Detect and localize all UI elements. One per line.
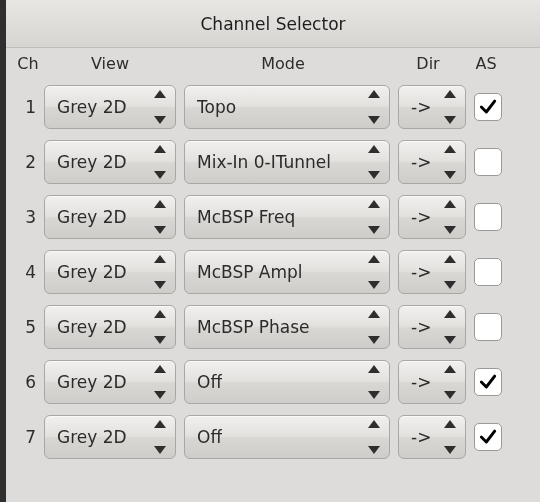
spin-arrows[interactable] bbox=[365, 145, 383, 179]
spin-arrows[interactable] bbox=[441, 365, 459, 399]
spin-view[interactable]: Grey 2D bbox=[44, 250, 176, 294]
spin-arrows[interactable] bbox=[441, 200, 459, 234]
spin-arrows[interactable] bbox=[441, 255, 459, 289]
spin-view-label: Grey 2D bbox=[57, 152, 127, 172]
chevron-up-icon[interactable] bbox=[444, 200, 456, 208]
chevron-down-icon[interactable] bbox=[444, 171, 456, 179]
spin-view[interactable]: Grey 2D bbox=[44, 415, 176, 459]
spin-arrows[interactable] bbox=[365, 420, 383, 454]
chevron-up-icon[interactable] bbox=[368, 255, 380, 263]
chevron-down-icon[interactable] bbox=[368, 281, 380, 289]
svg-marker-41 bbox=[444, 446, 456, 454]
spin-dir[interactable]: -> bbox=[398, 85, 466, 129]
spin-mode[interactable]: Topo bbox=[184, 85, 390, 129]
chevron-down-icon[interactable] bbox=[368, 336, 380, 344]
svg-marker-15 bbox=[368, 226, 380, 234]
chevron-up-icon[interactable] bbox=[444, 145, 456, 153]
chevron-up-icon[interactable] bbox=[444, 365, 456, 373]
spin-arrows[interactable] bbox=[151, 310, 169, 344]
chevron-down-icon[interactable] bbox=[368, 226, 380, 234]
spin-view[interactable]: Grey 2D bbox=[44, 85, 176, 129]
spin-view[interactable]: Grey 2D bbox=[44, 195, 176, 239]
spin-arrows[interactable] bbox=[441, 420, 459, 454]
chevron-up-icon[interactable] bbox=[368, 200, 380, 208]
spin-arrows[interactable] bbox=[151, 420, 169, 454]
spin-mode[interactable]: Off bbox=[184, 415, 390, 459]
as-checkbox[interactable] bbox=[474, 368, 502, 396]
as-checkbox[interactable] bbox=[474, 258, 502, 286]
as-checkbox[interactable] bbox=[474, 423, 502, 451]
chevron-down-icon[interactable] bbox=[154, 446, 166, 454]
as-checkbox[interactable] bbox=[474, 203, 502, 231]
chevron-down-icon[interactable] bbox=[444, 336, 456, 344]
spin-view[interactable]: Grey 2D bbox=[44, 360, 176, 404]
spin-arrows[interactable] bbox=[365, 255, 383, 289]
as-checkbox[interactable] bbox=[474, 313, 502, 341]
chevron-up-icon[interactable] bbox=[444, 310, 456, 318]
spin-dir[interactable]: -> bbox=[398, 140, 466, 184]
chevron-down-icon[interactable] bbox=[154, 226, 166, 234]
chevron-up-icon[interactable] bbox=[154, 145, 166, 153]
spin-mode[interactable]: Off bbox=[184, 360, 390, 404]
chevron-up-icon[interactable] bbox=[368, 145, 380, 153]
spin-arrows[interactable] bbox=[365, 365, 383, 399]
spin-mode[interactable]: McBSP Freq bbox=[184, 195, 390, 239]
chevron-up-icon[interactable] bbox=[368, 310, 380, 318]
spin-dir[interactable]: -> bbox=[398, 360, 466, 404]
chevron-down-icon[interactable] bbox=[444, 226, 456, 234]
chevron-up-icon[interactable] bbox=[154, 310, 166, 318]
chevron-up-icon[interactable] bbox=[444, 420, 456, 428]
spin-arrows[interactable] bbox=[151, 145, 169, 179]
svg-marker-7 bbox=[154, 171, 166, 179]
spin-mode[interactable]: McBSP Ampl bbox=[184, 250, 390, 294]
chevron-down-icon[interactable] bbox=[368, 446, 380, 454]
chevron-down-icon[interactable] bbox=[368, 116, 380, 124]
spin-dir[interactable]: -> bbox=[398, 415, 466, 459]
spin-arrows[interactable] bbox=[151, 200, 169, 234]
svg-marker-26 bbox=[368, 310, 380, 318]
chevron-down-icon[interactable] bbox=[444, 446, 456, 454]
chevron-down-icon[interactable] bbox=[154, 281, 166, 289]
chevron-up-icon[interactable] bbox=[154, 420, 166, 428]
spin-dir[interactable]: -> bbox=[398, 305, 466, 349]
chevron-down-icon[interactable] bbox=[154, 336, 166, 344]
chevron-up-icon[interactable] bbox=[368, 420, 380, 428]
chevron-up-icon[interactable] bbox=[444, 90, 456, 98]
chevron-up-icon[interactable] bbox=[444, 255, 456, 263]
spin-dir[interactable]: -> bbox=[398, 195, 466, 239]
spin-view[interactable]: Grey 2D bbox=[44, 140, 176, 184]
spin-arrows[interactable] bbox=[151, 365, 169, 399]
spin-arrows[interactable] bbox=[151, 90, 169, 124]
chevron-down-icon[interactable] bbox=[444, 116, 456, 124]
spin-arrows[interactable] bbox=[441, 310, 459, 344]
chevron-up-icon[interactable] bbox=[154, 200, 166, 208]
chevron-up-icon[interactable] bbox=[368, 90, 380, 98]
chevron-down-icon[interactable] bbox=[368, 391, 380, 399]
chevron-down-icon[interactable] bbox=[444, 281, 456, 289]
spin-arrows[interactable] bbox=[365, 200, 383, 234]
chevron-down-icon[interactable] bbox=[154, 171, 166, 179]
spin-arrows[interactable] bbox=[365, 90, 383, 124]
svg-marker-30 bbox=[154, 365, 166, 373]
chevron-up-icon[interactable] bbox=[368, 365, 380, 373]
chevron-up-icon[interactable] bbox=[154, 255, 166, 263]
spin-dir[interactable]: -> bbox=[398, 250, 466, 294]
chevron-down-icon[interactable] bbox=[444, 391, 456, 399]
svg-marker-9 bbox=[368, 171, 380, 179]
chevron-down-icon[interactable] bbox=[368, 171, 380, 179]
chevron-up-icon[interactable] bbox=[154, 365, 166, 373]
chevron-down-icon[interactable] bbox=[154, 116, 166, 124]
svg-marker-39 bbox=[368, 446, 380, 454]
chevron-down-icon[interactable] bbox=[154, 391, 166, 399]
spin-arrows[interactable] bbox=[441, 90, 459, 124]
spin-arrows[interactable] bbox=[365, 310, 383, 344]
as-checkbox[interactable] bbox=[474, 148, 502, 176]
spin-arrows[interactable] bbox=[441, 145, 459, 179]
spin-arrows[interactable] bbox=[151, 255, 169, 289]
spin-mode[interactable]: McBSP Phase bbox=[184, 305, 390, 349]
svg-marker-22 bbox=[444, 255, 456, 263]
chevron-up-icon[interactable] bbox=[154, 90, 166, 98]
as-checkbox[interactable] bbox=[474, 93, 502, 121]
spin-mode[interactable]: Mix-In 0-ITunnel bbox=[184, 140, 390, 184]
spin-view[interactable]: Grey 2D bbox=[44, 305, 176, 349]
